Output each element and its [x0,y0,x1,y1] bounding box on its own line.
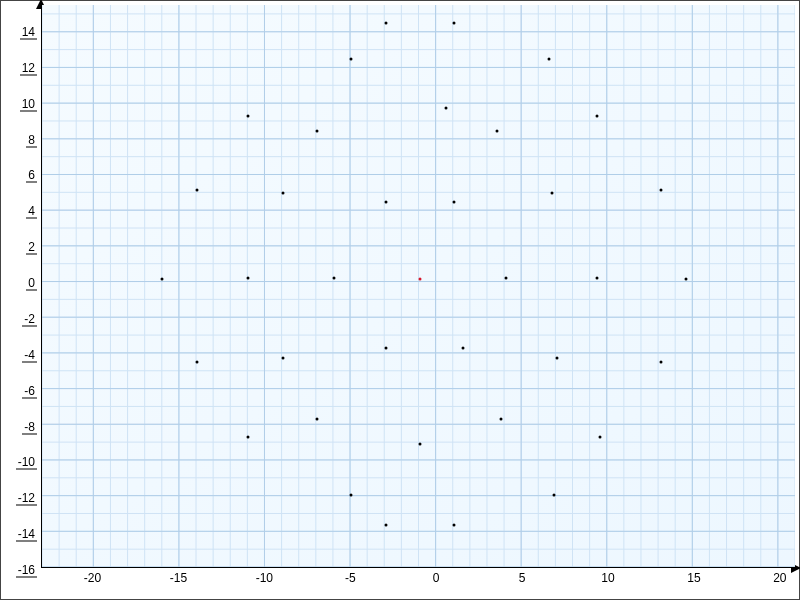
data-point [247,276,250,279]
data-point [599,436,602,439]
y-tick-label: 2 [26,240,37,255]
y-tick-label: -4 [22,347,37,362]
data-point [496,129,499,132]
data-point [551,192,554,195]
x-tick-label: 20 [773,571,786,585]
data-point [556,357,559,360]
x-tick-label: -5 [345,571,356,585]
data-point [659,188,662,191]
data-point [461,346,464,349]
y-tick-label: -14 [16,527,37,542]
y-tick-label: 8 [26,132,37,147]
data-point [315,418,318,421]
data-point [547,57,550,60]
data-point [315,129,318,132]
data-point [659,360,662,363]
x-tick-label: -20 [84,571,101,585]
data-point [453,21,456,24]
data-point [161,277,164,280]
data-point [350,493,353,496]
grid [42,5,795,567]
data-point [281,357,284,360]
y-tick-label: -2 [22,311,37,326]
data-point [384,346,387,349]
data-point [444,107,447,110]
data-point [247,436,250,439]
y-tick-label: 12 [20,60,37,75]
data-point [453,524,456,527]
x-tick-label: -15 [170,571,187,585]
data-point [384,201,387,204]
y-tick-label: 10 [20,96,37,111]
data-point [685,277,688,280]
y-tick-label: 4 [26,204,37,219]
y-tick-label: 0 [26,276,37,291]
y-tick-label: -8 [22,419,37,434]
y-tick-label: 14 [20,24,37,39]
x-tick-label: -10 [256,571,273,585]
plot-area[interactable] [41,5,795,568]
data-point [247,115,250,118]
x-tick-label: 15 [687,571,700,585]
data-point [195,360,198,363]
chart-container: -16-14-12-10-8-6-4-202468101214-20-15-10… [0,0,800,600]
data-point [419,443,422,446]
y-tick-label: -10 [16,455,37,470]
data-point [333,276,336,279]
data-point [595,115,598,118]
data-point [453,201,456,204]
data-point [504,276,507,279]
data-point [281,192,284,195]
x-tick-label: 0 [433,571,440,585]
y-tick-label: -12 [16,491,37,506]
data-point [384,21,387,24]
data-point [499,418,502,421]
y-tick-label: -16 [16,563,37,578]
y-tick-label: 6 [26,168,37,183]
data-point [350,57,353,60]
y-tick-label: -6 [22,383,37,398]
origin-point [419,277,422,280]
data-point [595,276,598,279]
data-point [195,188,198,191]
x-tick-label: 10 [601,571,614,585]
x-tick-label: 5 [519,571,526,585]
data-point [384,524,387,527]
data-point [553,493,556,496]
